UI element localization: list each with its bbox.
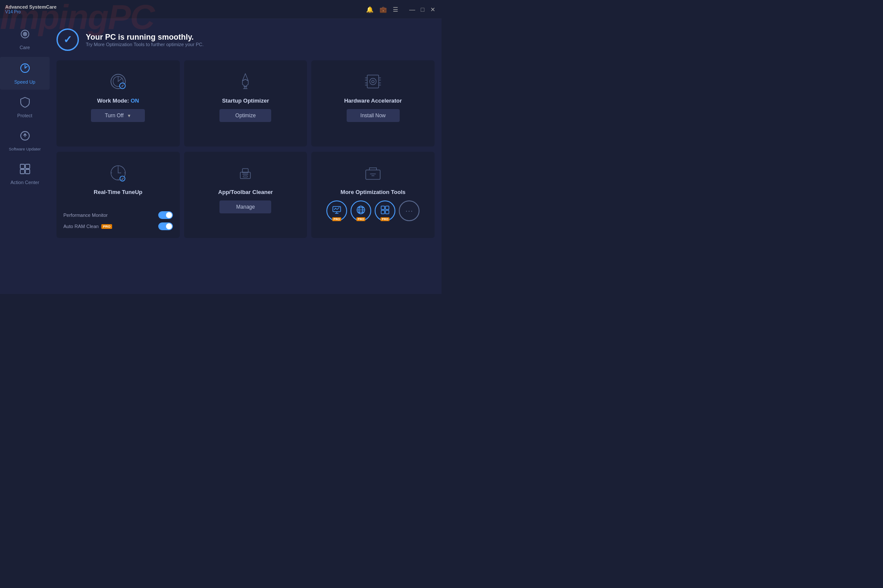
startup-optimizer-icon	[235, 71, 256, 92]
dots-icon: ···	[405, 206, 413, 216]
updater-icon	[19, 130, 31, 144]
turn-off-label: Turn Off	[105, 113, 123, 119]
auto-ram-clean-label-group: Auto RAM Clean PRO	[63, 224, 112, 229]
window-controls: — □ ✕	[409, 6, 436, 13]
sidebar-item-action[interactable]: Action Center	[0, 158, 50, 190]
card-realtime-tuneup: ✓ Real-Time TuneUp Performance Monitor A…	[56, 152, 180, 238]
sidebar: Care Speed Up Protect	[0, 19, 50, 294]
auto-ram-clean-row: Auto RAM Clean PRO	[63, 222, 173, 230]
minimize-button[interactable]: —	[409, 6, 416, 13]
sidebar-item-action-label: Action Center	[10, 180, 39, 185]
optimize-button[interactable]: Optimize	[219, 109, 271, 122]
svg-point-2	[24, 34, 25, 35]
globe-icon	[356, 205, 366, 217]
app-body: Care Speed Up Protect	[0, 19, 442, 294]
sidebar-item-protect-label: Protect	[17, 113, 32, 118]
status-bar: ✓ Your PC is running smoothly. Try More …	[56, 26, 435, 55]
realtime-tuneup-toggles: Performance Monitor Auto RAM Clean PRO	[63, 211, 173, 230]
svg-text:✓: ✓	[121, 177, 124, 181]
sidebar-item-updater-label: Software Updater	[9, 147, 41, 151]
manage-button[interactable]: Manage	[219, 200, 271, 213]
realtime-tuneup-icon: ✓	[107, 162, 129, 184]
svg-rect-52	[381, 210, 385, 214]
titlebar: Advanced SystemCare V14 Pro 🔔 💼 ☰ — □ ✕	[0, 0, 442, 19]
performance-monitor-label: Performance Monitor	[63, 213, 108, 218]
startup-optimizer-title: Startup Optimizer	[222, 97, 269, 104]
more-tool-1[interactable]: PRO	[326, 200, 347, 221]
pro-tag-1: PRO	[332, 217, 341, 221]
svg-rect-5	[20, 164, 25, 169]
cards-grid-row2: ✓ Real-Time TuneUp Performance Monitor A…	[56, 152, 435, 238]
sidebar-item-protect[interactable]: Protect	[0, 91, 50, 123]
more-tool-dots[interactable]: ···	[399, 200, 420, 221]
card-startup-optimizer: Startup Optimizer Optimize	[184, 60, 307, 147]
svg-rect-7	[20, 169, 25, 174]
status-title: Your PC is running smoothly.	[86, 33, 204, 42]
main-content: ✓ Your PC is running smoothly. Try More …	[50, 19, 442, 294]
app-toolbar-cleaner-title: App/Toolbar Cleaner	[218, 189, 273, 195]
card-app-toolbar-cleaner: App/Toolbar Cleaner Manage	[184, 152, 307, 238]
briefcase-icon[interactable]: 💼	[379, 6, 387, 13]
manage-label: Manage	[236, 204, 255, 210]
menu-icon[interactable]: ☰	[393, 6, 398, 13]
svg-rect-8	[25, 169, 30, 174]
action-icon	[19, 163, 31, 177]
more-tool-2[interactable]: PRO	[351, 200, 371, 221]
svg-rect-50	[381, 206, 385, 210]
hardware-accelerator-title: Hardware Accelerator	[344, 97, 402, 104]
pro-badge: PRO	[101, 224, 112, 229]
svg-rect-6	[25, 164, 30, 169]
app-branding: Advanced SystemCare V14 Pro	[5, 4, 56, 14]
cards-grid-row1: ✓ Work Mode: ON Turn Off ▼	[56, 60, 435, 147]
sidebar-item-updater[interactable]: Software Updater	[0, 125, 50, 156]
dropdown-arrow-icon: ▼	[127, 113, 132, 118]
more-tool-3[interactable]: PRO	[375, 200, 395, 221]
maximize-button[interactable]: □	[419, 6, 426, 13]
svg-rect-17	[367, 75, 379, 88]
svg-rect-39	[366, 170, 380, 179]
install-now-button[interactable]: Install Now	[347, 109, 400, 122]
auto-ram-clean-toggle[interactable]	[158, 222, 173, 230]
speedup-icon	[19, 62, 31, 77]
care-icon	[19, 28, 31, 42]
close-button[interactable]: ✕	[429, 6, 436, 13]
sidebar-item-speedup-label: Speed Up	[14, 79, 35, 84]
performance-monitor-row: Performance Monitor	[63, 211, 173, 219]
svg-point-19	[372, 80, 374, 83]
auto-ram-clean-label: Auto RAM Clean	[63, 224, 99, 229]
svg-point-18	[370, 78, 376, 85]
more-optimization-title: More Optimization Tools	[341, 189, 406, 195]
card-more-optimization: More Optimization Tools PRO	[311, 152, 435, 238]
card-hardware-accelerator: Hardware Accelerator Install Now	[311, 60, 435, 147]
turn-off-button[interactable]: Turn Off ▼	[91, 109, 145, 122]
sidebar-item-care[interactable]: Care	[0, 23, 50, 55]
work-mode-icon: ✓	[107, 71, 129, 92]
svg-rect-53	[385, 210, 389, 214]
more-tools-grid: PRO PRO	[326, 200, 420, 221]
svg-rect-38	[243, 176, 247, 177]
pro-tag-2: PRO	[357, 217, 366, 221]
install-now-label: Install Now	[360, 113, 386, 119]
realtime-tuneup-title: Real-Time TuneUp	[94, 189, 142, 195]
protect-icon	[20, 97, 30, 110]
bell-icon[interactable]: 🔔	[366, 6, 373, 13]
card-work-mode: ✓ Work Mode: ON Turn Off ▼	[56, 60, 180, 147]
app-version: V14 Pro	[5, 9, 56, 14]
optimize-label: Optimize	[235, 113, 256, 119]
status-text: Your PC is running smoothly. Try More Op…	[86, 33, 204, 47]
svg-text:✓: ✓	[121, 84, 124, 88]
status-checkmark: ✓	[63, 34, 72, 46]
status-subtitle: Try More Optimization Tools to further o…	[86, 42, 204, 47]
svg-rect-51	[385, 206, 389, 210]
app-title: Advanced SystemCare	[5, 4, 56, 9]
sidebar-item-speedup[interactable]: Speed Up	[0, 57, 50, 90]
monitor-icon	[332, 205, 341, 217]
hardware-accelerator-icon	[362, 71, 384, 92]
titlebar-controls: 🔔 💼 ☰ — □ ✕	[366, 6, 436, 13]
pro-tag-3: PRO	[381, 217, 390, 221]
status-circle: ✓	[56, 28, 79, 51]
performance-monitor-toggle[interactable]	[158, 211, 173, 219]
app-toolbar-cleaner-icon	[235, 162, 256, 184]
more-optimization-icon	[362, 162, 384, 184]
sidebar-item-care-label: Care	[20, 45, 30, 50]
